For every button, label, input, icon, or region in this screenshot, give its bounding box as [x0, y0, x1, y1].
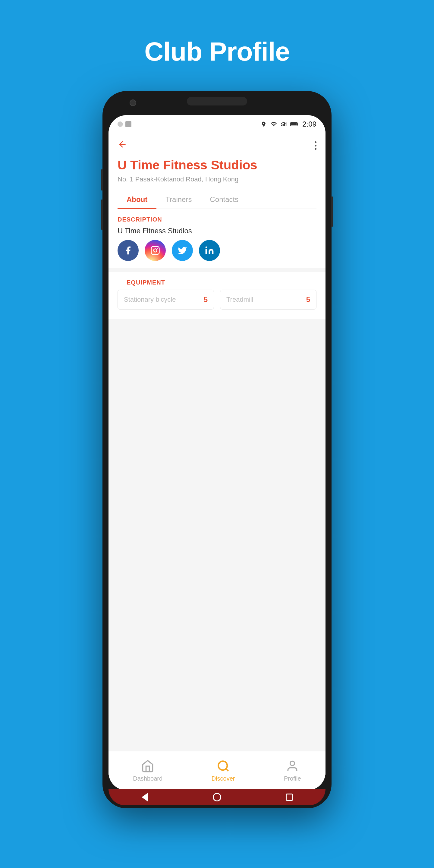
instagram-icon[interactable]: [145, 240, 166, 261]
tab-trainers[interactable]: Trainers: [156, 190, 201, 209]
sim-icon: [125, 121, 131, 127]
more-options-button[interactable]: [315, 141, 316, 150]
home-icon: [141, 760, 154, 773]
nav-label-dashboard: Dashboard: [133, 775, 162, 782]
svg-rect-6: [291, 123, 297, 125]
social-icons-row: [108, 240, 326, 268]
svg-line-11: [226, 769, 228, 771]
description-section: DESCRIPTION U Time Fitness Studios: [108, 209, 326, 268]
equipment-count-bicycle: 5: [204, 296, 208, 304]
linkedin-icon[interactable]: [199, 240, 220, 261]
svg-rect-0: [281, 125, 282, 126]
equipment-section: EQUIPMENT Stationary bicycle 5 Treadmill…: [108, 272, 326, 319]
svg-rect-7: [151, 247, 159, 255]
more-dot: [315, 141, 316, 143]
power-button[interactable]: [331, 196, 333, 227]
phone-speaker: [187, 97, 247, 105]
app-header: U Time Fitness Studios No. 1 Pasak-Kokta…: [108, 133, 326, 209]
bottom-nav: Dashboard Discover: [108, 751, 326, 790]
volume-up-button[interactable]: [101, 169, 103, 190]
location-icon: [261, 121, 267, 127]
phone-bottom-bar: [108, 789, 326, 805]
equipment-item-bicycle: Stationary bicycle 5: [118, 290, 214, 310]
tab-bar: About Trainers Contacts: [118, 190, 316, 209]
nav-item-dashboard[interactable]: Dashboard: [133, 760, 162, 782]
back-hardware-button[interactable]: [139, 792, 150, 803]
description-label: DESCRIPTION: [108, 209, 326, 227]
person-icon: [286, 760, 299, 773]
empty-space: [108, 323, 326, 594]
description-text: U Time Fitness Studios: [108, 227, 326, 240]
facebook-icon[interactable]: [118, 240, 138, 261]
back-button[interactable]: [118, 139, 127, 152]
svg-rect-3: [286, 122, 287, 126]
equipment-count-treadmill: 5: [306, 296, 310, 304]
more-dot: [315, 148, 316, 150]
search-icon: [217, 760, 230, 773]
twitter-icon[interactable]: [172, 240, 193, 261]
signal-icon: [281, 121, 287, 127]
club-address: No. 1 Pasak-Koktanod Road, Hong Kong: [118, 176, 316, 183]
app-content: U Time Fitness Studios No. 1 Pasak-Kokta…: [108, 133, 326, 790]
volume-down-button[interactable]: [101, 199, 103, 230]
svg-point-10: [218, 761, 227, 770]
status-icons: 2:09: [261, 120, 316, 128]
page-title: Club Profile: [144, 36, 290, 67]
main-content: DESCRIPTION U Time Fitness Studios: [108, 209, 326, 751]
more-dot: [315, 145, 316, 147]
phone-camera: [130, 99, 136, 106]
equipment-name-treadmill: Treadmill: [226, 296, 253, 304]
phone-device: 2:09 U Time F: [102, 91, 332, 808]
equipment-name-bicycle: Stationary bicycle: [124, 296, 176, 304]
header-nav: [118, 139, 316, 152]
status-indicator: [118, 121, 123, 127]
svg-rect-1: [283, 124, 284, 126]
svg-point-12: [290, 761, 295, 766]
club-name: U Time Fitness Studios: [118, 158, 316, 173]
home-hardware-button[interactable]: [212, 792, 222, 803]
status-time: 2:09: [302, 120, 316, 128]
tab-about[interactable]: About: [118, 190, 156, 209]
equipment-grid: Stationary bicycle 5 Treadmill 5: [118, 290, 316, 312]
nav-label-profile: Profile: [284, 775, 301, 782]
svg-rect-2: [284, 123, 285, 126]
wifi-icon: [270, 121, 277, 127]
phone-screen: 2:09 U Time F: [108, 115, 326, 790]
status-bar: 2:09: [108, 115, 326, 133]
svg-point-9: [206, 247, 207, 248]
nav-item-discover[interactable]: Discover: [212, 760, 235, 782]
svg-rect-5: [298, 123, 299, 125]
recents-hardware-button[interactable]: [284, 792, 295, 803]
battery-icon: [290, 121, 299, 127]
tab-contacts[interactable]: Contacts: [201, 190, 247, 209]
nav-item-profile[interactable]: Profile: [284, 760, 301, 782]
equipment-item-treadmill: Treadmill 5: [220, 290, 316, 310]
equipment-label: EQUIPMENT: [118, 272, 316, 290]
nav-label-discover: Discover: [212, 775, 235, 782]
